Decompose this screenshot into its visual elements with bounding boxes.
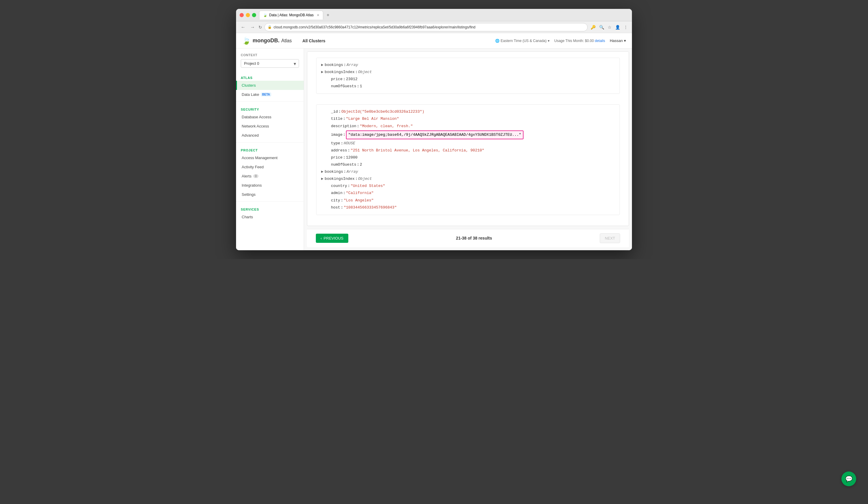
host-key: host (331, 204, 340, 211)
timezone-display: 🌐 Eastern Time (US & Canada) ▾ (495, 39, 549, 43)
close-button[interactable] (240, 13, 244, 17)
bookings-key-2: bookings (325, 169, 343, 175)
city-key: city (331, 197, 340, 204)
id-value: ObjectId("5e0be3cbe6c3cd0326a12233") (341, 109, 424, 115)
content-area: ▶ bookings : Array ▶ bookingsIndex : Obj… (304, 49, 632, 250)
advanced-label: Advanced (242, 133, 259, 138)
maximize-button[interactable] (252, 13, 256, 17)
alerts-badge: 0 (253, 174, 259, 178)
forward-button[interactable]: → (249, 24, 256, 30)
new-tab-button[interactable]: + (325, 12, 331, 18)
context-label: CONTEXT (241, 53, 299, 57)
price-value-2: 12000 (346, 154, 358, 161)
price-key-2: price (331, 154, 342, 161)
reload-button[interactable]: ↻ (259, 25, 262, 30)
sidebar-item-charts[interactable]: Charts (236, 212, 304, 222)
title-key: title (331, 115, 342, 122)
usage-amount: $0.00 (585, 39, 594, 43)
bookingsindex-key: bookingsIndex (325, 69, 354, 75)
timezone-chevron: ▾ (548, 39, 549, 43)
expand-icon[interactable]: ▶ (321, 62, 323, 68)
search-icon[interactable]: 🔍 (599, 24, 605, 30)
expand-icon-3[interactable]: ▶ (321, 169, 323, 175)
sidebar-item-settings[interactable]: Settings (236, 190, 304, 199)
bookings-value: Array (347, 62, 358, 68)
admin-key: admin (331, 190, 342, 196)
minimize-button[interactable] (246, 13, 250, 17)
mongodb-logo: 🍃 mongoDB. Atlas (242, 37, 292, 45)
colon: : (357, 83, 359, 90)
divider-2 (236, 142, 304, 143)
mongo-name: mongoDB. (252, 38, 279, 44)
colon: : (355, 69, 358, 75)
titlebar: 🍃 Data | Atlas: MongoDB Atlas ✕ + (236, 9, 632, 21)
sidebar-item-database-access[interactable]: Database Access (236, 112, 304, 122)
type-value: HOUSE (344, 140, 355, 147)
json-line-guests1: numOfGuests : 1 (321, 83, 615, 90)
description-value: "Modern, clean, fresh." (360, 123, 413, 130)
all-clusters-link[interactable]: All Clusters (302, 39, 326, 43)
back-button[interactable]: ← (240, 24, 247, 30)
timezone-text: Eastern Time (US & Canada) (501, 39, 547, 43)
sidebar-item-activity-feed[interactable]: Activity Feed (236, 162, 304, 172)
colon: : (344, 62, 346, 68)
url-bar[interactable]: 🔒 cloud.mongodb.com/v2/5d30a637c56c9860a… (265, 23, 588, 31)
sidebar-item-advanced[interactable]: Advanced (236, 131, 304, 140)
image-value-highlighted: "data:image/jpeg;base64,/9j/4AAQSkZJRgAB… (346, 130, 524, 139)
city-value: "Los Angeles" (344, 197, 373, 204)
expand-icon-4[interactable]: ▶ (321, 176, 323, 182)
main-layout: CONTEXT Project 0 ATLAS Clusters Data La… (236, 49, 632, 250)
context-select[interactable]: Project 0 (241, 59, 299, 68)
record-2: _id : ObjectId("5e0be3cbe6c3cd0326a12233… (316, 104, 620, 215)
tab-close-icon[interactable]: ✕ (317, 13, 319, 17)
globe-icon: 🌐 (495, 39, 499, 43)
key-icon[interactable]: 🔑 (590, 24, 596, 30)
id-key: _id (331, 109, 338, 115)
sidebar-item-access-management[interactable]: Access Management (236, 153, 304, 162)
colon: : (339, 109, 341, 115)
bookingsindex-value: Object (358, 69, 372, 75)
numguests-key-2: numOfGuests (331, 161, 356, 168)
bookings-key: bookings (325, 62, 343, 68)
sidebar-item-data-lake[interactable]: Data Lake BETA (236, 90, 304, 99)
sidebar-item-network-access[interactable]: Network Access (236, 122, 304, 131)
active-tab[interactable]: 🍃 Data | Atlas: MongoDB Atlas ✕ (259, 11, 323, 20)
settings-label: Settings (242, 192, 256, 197)
user-chevron-icon: ▾ (624, 39, 626, 43)
expand-icon-2[interactable]: ▶ (321, 69, 323, 75)
menu-icon[interactable]: ⋮ (623, 24, 628, 30)
next-label: NEXT (605, 236, 615, 241)
colon: : (357, 123, 359, 130)
title-value: "Large Bel Air Mansion" (346, 115, 399, 122)
user-icon[interactable]: 👤 (614, 24, 621, 30)
prev-label: PREVIOUS (323, 236, 343, 241)
divider-1 (236, 101, 304, 102)
json-line-id: _id : ObjectId("5e0be3cbe6c3cd0326a12233… (321, 108, 615, 115)
prev-icon: ‹ (321, 236, 322, 241)
beta-badge: BETA (261, 93, 271, 97)
app-topbar: 🍃 mongoDB. Atlas All Clusters 🌐 Eastern … (236, 33, 632, 49)
previous-button[interactable]: ‹ PREVIOUS (316, 234, 348, 243)
usage-details-link[interactable]: details (595, 39, 605, 43)
url-text: cloud.mongodb.com/v2/5d30a637c56c9860a47… (273, 25, 585, 29)
user-menu[interactable]: Hassan ▾ (610, 39, 626, 43)
json-line-price2: price : 12000 (321, 154, 615, 161)
activity-feed-label: Activity Feed (242, 165, 264, 169)
colon: : (357, 161, 359, 168)
topbar-right: 🌐 Eastern Time (US & Canada) ▾ Usage Thi… (495, 39, 626, 43)
colon: : (348, 147, 350, 154)
next-button[interactable]: NEXT (600, 233, 620, 243)
sidebar-item-alerts[interactable]: Alerts 0 (236, 172, 304, 181)
json-line-bookings2: ▶ bookings : Array (321, 168, 615, 175)
country-key: country (331, 183, 347, 189)
star-icon[interactable]: ☆ (607, 24, 612, 30)
mongo-leaf-icon: 🍃 (242, 37, 251, 45)
bookingsindex-value-2: Object (358, 176, 372, 182)
country-value: "United States" (351, 183, 385, 189)
integrations-label: Integrations (242, 183, 262, 188)
pagination: ‹ PREVIOUS 21-38 of 38 results NEXT (307, 229, 629, 247)
bookings-value-2: Array (347, 169, 358, 175)
sidebar-item-clusters[interactable]: Clusters (236, 81, 304, 90)
atlas-section-label: ATLAS (236, 72, 304, 81)
sidebar-item-integrations[interactable]: Integrations (236, 181, 304, 190)
